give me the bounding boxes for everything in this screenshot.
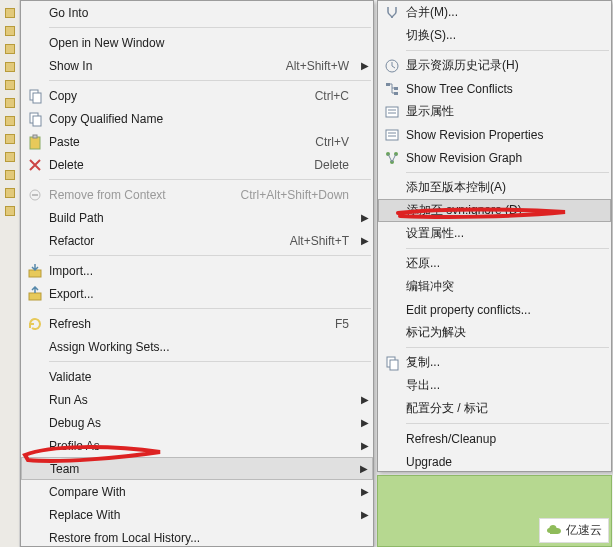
watermark-text: 亿速云 xyxy=(566,522,602,539)
menu-item[interactable]: Team▶ xyxy=(21,457,373,480)
svg-rect-3 xyxy=(33,116,41,126)
menu-item[interactable]: Debug As▶ xyxy=(21,411,373,434)
menu-item[interactable]: Assign Working Sets... xyxy=(21,335,373,358)
svg-rect-5 xyxy=(33,135,37,138)
menu-item[interactable]: Validate xyxy=(21,365,373,388)
menu-item[interactable]: Show Tree Conflicts xyxy=(378,77,611,100)
menu-item[interactable]: Copy Qualified Name xyxy=(21,107,373,130)
menu-separator xyxy=(406,347,609,348)
menu-item[interactable]: CopyCtrl+C xyxy=(21,84,373,107)
merge-icon xyxy=(378,5,406,21)
menu-item-shortcut: Ctrl+C xyxy=(315,89,357,103)
menu-item[interactable]: Run As▶ xyxy=(21,388,373,411)
menu-item-shortcut: Alt+Shift+T xyxy=(290,234,357,248)
menu-item[interactable]: 显示资源历史记录(H) xyxy=(378,54,611,77)
menu-item[interactable]: Import... xyxy=(21,259,373,282)
menu-item-label: Replace With xyxy=(49,508,357,522)
svg-rect-11 xyxy=(386,83,390,86)
menu-item[interactable]: 标记为解决 xyxy=(378,321,611,344)
context-menu: Go Into Open in New Window Show InAlt+Sh… xyxy=(20,0,374,547)
menu-item-label: Refresh xyxy=(49,317,335,331)
menu-item-label: Build Path xyxy=(49,211,357,225)
menu-item[interactable]: RefreshF5 xyxy=(21,312,373,335)
delete-icon xyxy=(21,157,49,173)
menu-item-label: Upgrade xyxy=(406,455,595,469)
menu-item[interactable]: 显示属性 xyxy=(378,100,611,123)
svg-rect-13 xyxy=(394,92,398,95)
menu-item[interactable]: 设置属性... xyxy=(378,222,611,245)
refresh-icon xyxy=(21,316,49,332)
menu-item-label: Refresh/Cleanup xyxy=(406,432,595,446)
menu-item[interactable]: Open in New Window xyxy=(21,31,373,54)
menu-item[interactable]: Replace With▶ xyxy=(21,503,373,526)
submenu-arrow-icon: ▶ xyxy=(357,235,373,246)
menu-item-label: 设置属性... xyxy=(406,225,595,242)
menu-item[interactable]: Compare With▶ xyxy=(21,480,373,503)
menu-item-label: 标记为解决 xyxy=(406,324,595,341)
menu-item-label: 切换(S)... xyxy=(406,27,595,44)
svg-rect-12 xyxy=(394,87,398,90)
menu-item-label: Restore from Local History... xyxy=(49,531,357,545)
menu-item-label: Show Tree Conflicts xyxy=(406,82,595,96)
menu-item[interactable]: Restore from Local History... xyxy=(21,526,373,547)
import-icon xyxy=(21,263,49,279)
menu-item[interactable]: Show Revision Graph xyxy=(378,146,611,169)
remove-icon xyxy=(21,187,49,203)
menu-item-label: Remove from Context xyxy=(49,188,241,202)
menu-item[interactable]: Go Into xyxy=(21,1,373,24)
menu-item[interactable]: Edit property conflicts... xyxy=(378,298,611,321)
submenu-arrow-icon: ▶ xyxy=(356,463,372,474)
menu-item[interactable]: Upgrade xyxy=(378,450,611,473)
submenu-arrow-icon: ▶ xyxy=(357,212,373,223)
history-icon xyxy=(378,58,406,74)
menu-item-label: Assign Working Sets... xyxy=(49,340,357,354)
menu-separator xyxy=(49,179,371,180)
menu-item[interactable]: 切换(S)... xyxy=(378,24,611,47)
menu-item-label: Run As xyxy=(49,393,357,407)
menu-separator xyxy=(406,248,609,249)
menu-item-label: 添加至 svn:ignore (D) xyxy=(407,202,594,219)
menu-item[interactable]: Export... xyxy=(21,282,373,305)
submenu-arrow-icon: ▶ xyxy=(357,486,373,497)
menu-item-label: 导出... xyxy=(406,377,595,394)
menu-separator xyxy=(406,423,609,424)
menu-item-label: 编辑冲突 xyxy=(406,278,595,295)
menu-item[interactable]: Profile As▶ xyxy=(21,434,373,457)
menu-item[interactable]: DeleteDelete xyxy=(21,153,373,176)
menu-item-label: Import... xyxy=(49,264,357,278)
watermark-logo: 亿速云 xyxy=(539,518,609,543)
menu-item[interactable]: Refresh/Cleanup xyxy=(378,427,611,450)
submenu-arrow-icon: ▶ xyxy=(357,440,373,451)
menu-item[interactable]: Show Revision Properties xyxy=(378,123,611,146)
menu-item-label: 还原... xyxy=(406,255,595,272)
menu-item-label: Compare With xyxy=(49,485,357,499)
menu-item[interactable]: 合并(M)... xyxy=(378,1,611,24)
copy-icon xyxy=(21,88,49,104)
menu-item-label: 合并(M)... xyxy=(406,4,595,21)
menu-item-label: Validate xyxy=(49,370,357,384)
menu-item[interactable]: 编辑冲突 xyxy=(378,275,611,298)
menu-item[interactable]: 配置分支 / 标记 xyxy=(378,397,611,420)
menu-item-shortcut: Ctrl+V xyxy=(315,135,357,149)
menu-item[interactable]: Show InAlt+Shift+W▶ xyxy=(21,54,373,77)
menu-item[interactable]: RefactorAlt+Shift+T▶ xyxy=(21,229,373,252)
menu-item-label: 显示属性 xyxy=(406,103,595,120)
menu-item-label: Export... xyxy=(49,287,357,301)
svg-rect-4 xyxy=(30,137,40,149)
menu-item-label: Debug As xyxy=(49,416,357,430)
svg-rect-1 xyxy=(33,93,41,103)
menu-separator xyxy=(49,255,371,256)
menu-item-label: Paste xyxy=(49,135,315,149)
menu-item-label: Refactor xyxy=(49,234,290,248)
menu-item-label: Edit property conflicts... xyxy=(406,303,595,317)
menu-item[interactable]: 复制... xyxy=(378,351,611,374)
menu-item[interactable]: 添加至 svn:ignore (D) xyxy=(378,199,611,222)
menu-item[interactable]: 还原... xyxy=(378,252,611,275)
menu-item[interactable]: Build Path▶ xyxy=(21,206,373,229)
menu-item[interactable]: PasteCtrl+V xyxy=(21,130,373,153)
copy-icon xyxy=(378,355,406,371)
menu-item-label: Copy Qualified Name xyxy=(49,112,357,126)
menu-item-shortcut: Alt+Shift+W xyxy=(286,59,357,73)
menu-item[interactable]: 添加至版本控制(A) xyxy=(378,176,611,199)
menu-item[interactable]: 导出... xyxy=(378,374,611,397)
